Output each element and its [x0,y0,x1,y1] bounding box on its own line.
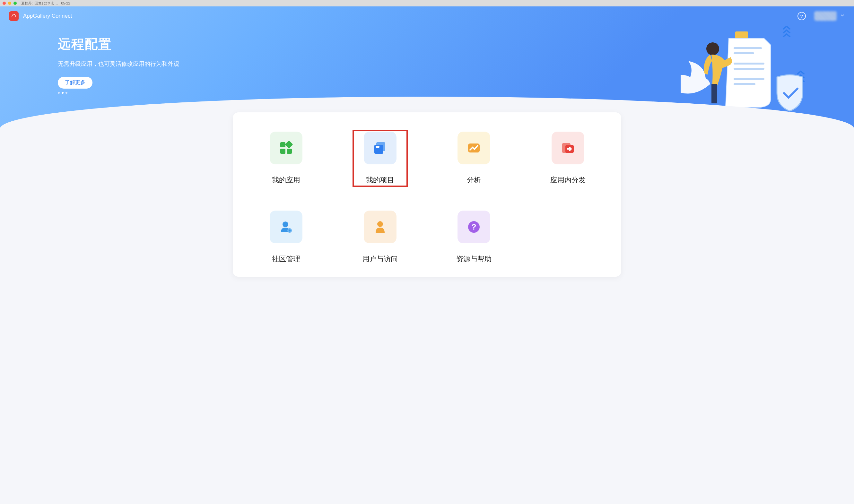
chevron-down-icon [840,13,845,20]
help-icon[interactable]: ? [798,12,806,20]
os-titlebar: 夏桂丹: [回复] @李宏… 05-22 [0,0,854,6]
tile-resources-help[interactable]: 资源与帮助 [448,211,499,264]
huawei-logo-icon [9,11,19,21]
maximize-icon[interactable] [14,2,17,5]
projects-icon [364,132,397,164]
tile-label: 社区管理 [272,254,300,264]
carousel-indicator[interactable] [416,103,438,104]
tile-label: 分析 [467,175,481,185]
hero-title: 远程配置 [58,35,796,53]
tile-my-apps[interactable]: 我的应用 [260,132,312,185]
tile-grid: 我的应用我的项目分析应用内分发社区管理用户与访问资源与帮助 [246,132,608,264]
browser-tab-label: 夏桂丹: [回复] @李宏… [21,1,58,6]
tile-analytics[interactable]: 分析 [448,132,499,185]
brand-title: AppGallery Connect [23,13,72,19]
mac-traffic-lights [3,2,17,5]
community-icon [270,211,303,243]
analytics-icon [457,132,490,164]
tile-my-projects[interactable]: 我的项目 [355,132,406,185]
hero-subtitle: 无需升级应用，也可灵活修改应用的行为和外观 [58,60,796,68]
tile-label: 我的应用 [272,175,300,185]
main-panel: 我的应用我的项目分析应用内分发社区管理用户与访问资源与帮助 [233,112,621,277]
tile-label: 我的项目 [366,175,394,185]
tile-in-app-dist[interactable]: 应用内分发 [542,132,594,185]
browser-tab-date: 05-22 [61,1,70,5]
dist-icon [551,132,584,164]
help-icon [457,211,490,243]
top-navbar: AppGallery Connect ? [0,6,854,26]
tile-users-access[interactable]: 用户与访问 [355,211,406,264]
user-avatar-blurred [814,11,837,21]
hero-mini-dots [58,92,796,94]
user-menu[interactable] [814,11,845,21]
tile-community[interactable]: 社区管理 [260,211,312,264]
tile-label: 应用内分发 [550,175,586,185]
tile-label: 资源与帮助 [456,254,492,264]
learn-more-button[interactable]: 了解更多 [58,77,92,89]
tile-label: 用户与访问 [362,254,398,264]
apps-icon [270,132,303,164]
minimize-icon[interactable] [8,2,11,5]
close-icon[interactable] [3,2,6,5]
user-icon [364,211,397,243]
